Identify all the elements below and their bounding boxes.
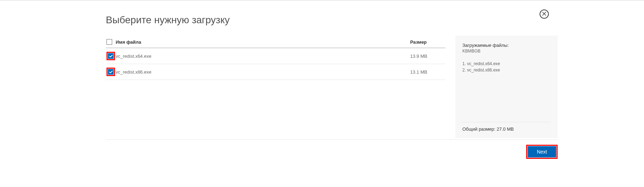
checkbox-highlight (107, 52, 115, 60)
header-size: Размер (410, 39, 445, 45)
table-row: vc_redist.x86.exe 13.1 MB (106, 64, 445, 80)
summary-title: Загружаемые файлы: (462, 43, 551, 48)
summary-file-item: 2. vc_redist.x86.exe (462, 67, 551, 73)
divider (106, 139, 558, 140)
file-name: vc_redist.x86.exe (116, 69, 410, 75)
file-checkbox[interactable] (108, 53, 114, 59)
checkbox-highlight (107, 68, 115, 76)
table-row: vc_redist.x64.exe 13.9 MB (106, 48, 445, 64)
header-name: Имя файла (116, 39, 410, 45)
summary-file-item: 1. vc_redist.x64.exe (462, 61, 551, 67)
check-icon (109, 69, 113, 75)
check-icon (109, 54, 113, 59)
summary-file-list: 1. vc_redist.x64.exe 2. vc_redist.x86.ex… (462, 61, 551, 73)
page-title: Выберите нужную загрузку (106, 14, 558, 26)
select-all-checkbox[interactable] (107, 39, 112, 45)
file-name: vc_redist.x64.exe (116, 54, 410, 59)
file-size: 13.1 MB (410, 69, 445, 75)
next-button-highlight: Next (526, 145, 558, 159)
table-header-row: Имя файла Размер (106, 36, 445, 48)
file-checkbox[interactable] (108, 69, 114, 75)
summary-panel: Загружаемые файлы: KBMBGB 1. vc_redist.x… (455, 36, 558, 138)
summary-sub: KBMBGB (462, 49, 551, 54)
summary-total: Общий размер: 27.0 MB (462, 122, 551, 132)
file-table: Имя файла Размер vc_redist.x64 (106, 36, 445, 80)
next-button[interactable]: Next (528, 146, 556, 157)
file-size: 13.9 MB (410, 54, 445, 59)
